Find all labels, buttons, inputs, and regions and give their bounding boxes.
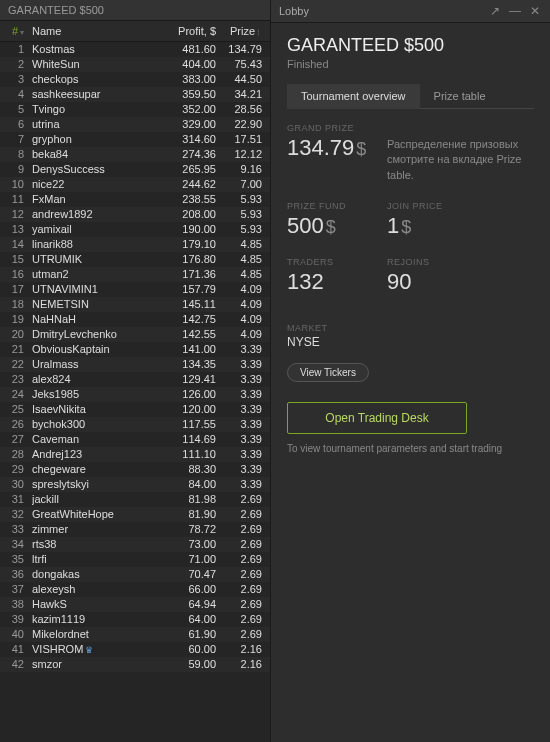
col-name-header[interactable]: Name <box>32 25 158 37</box>
close-icon[interactable]: ✕ <box>528 4 542 18</box>
name-cell: DmitryLevchenko <box>32 328 158 340</box>
table-row[interactable]: 12andrew1892208.005.93 <box>0 207 270 222</box>
table-row[interactable]: 34rts3873.002.69 <box>0 537 270 552</box>
table-row[interactable]: 6utrina329.0022.90 <box>0 117 270 132</box>
table-row[interactable]: 13yamixail190.005.93 <box>0 222 270 237</box>
col-profit-header[interactable]: Profit, $ <box>158 25 216 37</box>
rank-cell: 11 <box>8 193 32 205</box>
crown-icon: ♛ <box>85 645 93 655</box>
rank-cell: 15 <box>8 253 32 265</box>
name-cell: NEMETSIN <box>32 298 158 310</box>
profit-cell: 176.80 <box>158 253 216 265</box>
prize-cell: 3.39 <box>216 433 262 445</box>
detach-icon[interactable]: ↗ <box>488 4 502 18</box>
rank-cell: 17 <box>8 283 32 295</box>
prize-cell: 2.69 <box>216 568 262 580</box>
view-tickers-button[interactable]: View Tickers <box>287 363 369 382</box>
table-row[interactable]: 39kazim111964.002.69 <box>0 612 270 627</box>
col-rank-header[interactable]: #▾ <box>8 25 32 37</box>
tab-prize-table[interactable]: Prize table <box>420 84 500 108</box>
table-row[interactable]: 27Caveman114.693.39 <box>0 432 270 447</box>
table-row[interactable]: 15UTRUMIK176.804.85 <box>0 252 270 267</box>
table-row[interactable]: 8beka84274.3612.12 <box>0 147 270 162</box>
profit-cell: 329.00 <box>158 118 216 130</box>
name-cell: andrew1892 <box>32 208 158 220</box>
prize-cell: 4.85 <box>216 253 262 265</box>
table-row[interactable]: 30spreslytskyi84.003.39 <box>0 477 270 492</box>
prize-cell: 2.69 <box>216 628 262 640</box>
table-row[interactable]: 21ObviousKaptain141.003.39 <box>0 342 270 357</box>
rank-cell: 8 <box>8 148 32 160</box>
prize-cell: 3.39 <box>216 403 262 415</box>
rank-cell: 12 <box>8 208 32 220</box>
table-row[interactable]: 31jackill81.982.69 <box>0 492 270 507</box>
name-cell: sashkeesupar <box>32 88 158 100</box>
table-row[interactable]: 14linarik88179.104.85 <box>0 237 270 252</box>
table-row[interactable]: 3checkops383.0044.50 <box>0 72 270 87</box>
profit-cell: 171.36 <box>158 268 216 280</box>
profit-cell: 84.00 <box>158 478 216 490</box>
table-row[interactable]: 5Tvingo352.0028.56 <box>0 102 270 117</box>
table-row[interactable]: 42smzor59.002.16 <box>0 657 270 672</box>
name-cell: ltrfi <box>32 553 158 565</box>
table-row[interactable]: 2WhiteSun404.0075.43 <box>0 57 270 72</box>
table-body[interactable]: 1Kostmas481.60134.792WhiteSun404.0075.43… <box>0 42 270 742</box>
prize-cell: 4.09 <box>216 283 262 295</box>
table-row[interactable]: 32GreatWhiteHope81.902.69 <box>0 507 270 522</box>
rank-cell: 25 <box>8 403 32 415</box>
minimize-icon[interactable]: — <box>508 4 522 18</box>
table-row[interactable]: 22Uralmass134.353.39 <box>0 357 270 372</box>
profit-cell: 265.95 <box>158 163 216 175</box>
table-row[interactable]: 24Jeks1985126.003.39 <box>0 387 270 402</box>
table-row[interactable]: 10nice22244.627.00 <box>0 177 270 192</box>
table-row[interactable]: 35ltrfi71.002.69 <box>0 552 270 567</box>
name-cell: nice22 <box>32 178 158 190</box>
table-row[interactable]: 9DenysSuccess265.959.16 <box>0 162 270 177</box>
table-row[interactable]: 38HawkS64.942.69 <box>0 597 270 612</box>
rank-cell: 36 <box>8 568 32 580</box>
table-row[interactable]: 29chegeware88.303.39 <box>0 462 270 477</box>
name-cell: utrina <box>32 118 158 130</box>
table-row[interactable]: 36dongakas70.472.69 <box>0 567 270 582</box>
table-header: #▾ Name Profit, $ Prize⁞ <box>0 21 270 42</box>
grand-prize-block: GRAND PRIZE 134.79$ <box>287 123 387 183</box>
prize-cell: 134.79 <box>216 43 262 55</box>
leaderboard-panel: GARANTEED $500 #▾ Name Profit, $ Prize⁞ … <box>0 0 270 742</box>
table-row[interactable]: 19NaHNaH142.754.09 <box>0 312 270 327</box>
grand-prize-label: GRAND PRIZE <box>287 123 387 133</box>
name-cell: VISHROM♛ <box>32 643 158 655</box>
table-row[interactable]: 41VISHROM♛60.002.16 <box>0 642 270 657</box>
prize-cell: 4.85 <box>216 238 262 250</box>
prize-cell: 3.39 <box>216 448 262 460</box>
tab-overview[interactable]: Tournament overview <box>287 84 420 109</box>
prize-cell: 22.90 <box>216 118 262 130</box>
prize-cell: 44.50 <box>216 73 262 85</box>
name-cell: Caveman <box>32 433 158 445</box>
col-prize-header[interactable]: Prize⁞ <box>216 25 262 37</box>
table-row[interactable]: 25IsaevNikita120.003.39 <box>0 402 270 417</box>
rank-cell: 10 <box>8 178 32 190</box>
table-row[interactable]: 18NEMETSIN145.114.09 <box>0 297 270 312</box>
grand-prize-unit: $ <box>356 139 366 159</box>
profit-cell: 352.00 <box>158 103 216 115</box>
table-row[interactable]: 40Mikelordnet61.902.69 <box>0 627 270 642</box>
table-row[interactable]: 23alex824129.413.39 <box>0 372 270 387</box>
rank-cell: 21 <box>8 343 32 355</box>
profit-cell: 111.10 <box>158 448 216 460</box>
table-row[interactable]: 20DmitryLevchenko142.554.09 <box>0 327 270 342</box>
open-trading-desk-button[interactable]: Open Trading Desk <box>287 402 467 434</box>
table-row[interactable]: 1Kostmas481.60134.79 <box>0 42 270 57</box>
profit-cell: 190.00 <box>158 223 216 235</box>
name-cell: alex824 <box>32 373 158 385</box>
table-row[interactable]: 28Andrej123111.103.39 <box>0 447 270 462</box>
table-row[interactable]: 33zimmer78.722.69 <box>0 522 270 537</box>
prize-cell: 7.00 <box>216 178 262 190</box>
table-row[interactable]: 17UTNAVIMIN1157.794.09 <box>0 282 270 297</box>
table-row[interactable]: 7gryphon314.6017.51 <box>0 132 270 147</box>
table-row[interactable]: 37alexeysh66.002.69 <box>0 582 270 597</box>
table-row[interactable]: 16utman2171.364.85 <box>0 267 270 282</box>
table-row[interactable]: 11FxMan238.555.93 <box>0 192 270 207</box>
rank-cell: 16 <box>8 268 32 280</box>
table-row[interactable]: 4sashkeesupar359.5034.21 <box>0 87 270 102</box>
table-row[interactable]: 26bychok300117.553.39 <box>0 417 270 432</box>
